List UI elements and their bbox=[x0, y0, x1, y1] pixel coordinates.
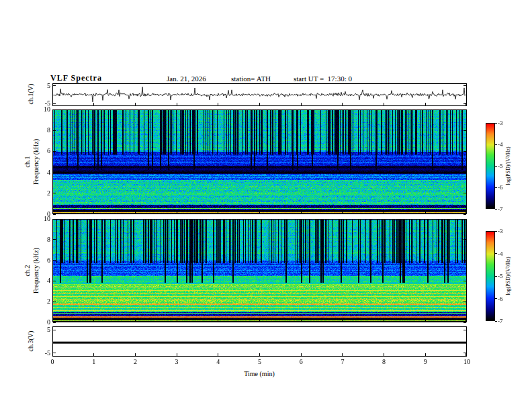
x-tick-label: 7 bbox=[336, 358, 349, 365]
x-tick-mark bbox=[425, 211, 426, 214]
x-tick-mark bbox=[259, 211, 260, 214]
x-tick-mark bbox=[218, 211, 218, 214]
spec-ch1-y-tick-mark bbox=[463, 151, 466, 152]
colorbar-ch2-tick-mark bbox=[495, 298, 497, 299]
spec-ch1-channel-label: ch.1 bbox=[24, 148, 32, 175]
spec-ch2-y-tick-label: 6 bbox=[37, 257, 50, 264]
spec-ch2-y-tick-mark bbox=[53, 281, 56, 281]
x-tick-mark bbox=[384, 211, 384, 214]
header-station: station= ATH bbox=[231, 75, 271, 83]
spec-ch2-y-tick-mark bbox=[53, 302, 56, 302]
spec-ch2-y-tick-mark bbox=[463, 281, 466, 281]
x-tick-mark bbox=[93, 103, 94, 105]
waveform-ch1-y-tick-label: 5 bbox=[37, 82, 50, 89]
spec-ch1-frequency-axis-label: Frequency (kHz) bbox=[32, 125, 40, 199]
colorbar-ch2-tick-label: -3 bbox=[498, 228, 510, 234]
waveform-ch3-axis-label: ch.3(V) bbox=[27, 321, 35, 361]
spec-ch2-y-tick-label: 4 bbox=[37, 277, 50, 284]
spec-ch2-y-tick-mark bbox=[463, 302, 466, 302]
spec-ch1-y-tick-mark bbox=[53, 214, 56, 215]
colorbar-ch1-tick-label: -7 bbox=[498, 205, 510, 212]
colorbar-ch1-tick-mark bbox=[495, 209, 497, 210]
waveform-ch3-y-tick-mark bbox=[53, 330, 56, 330]
x-tick-mark bbox=[93, 353, 94, 356]
x-tick-label: 0 bbox=[46, 358, 59, 365]
header-start-ut: start UT = 17:30: 0 bbox=[294, 75, 352, 83]
waveform-ch1-y-tick-mark bbox=[53, 85, 56, 86]
colorbar-ch1-tick-mark bbox=[495, 123, 497, 124]
colorbar-ch2-tick-mark bbox=[495, 253, 497, 254]
x-tick-mark bbox=[135, 211, 136, 214]
waveform-ch3-y-tick-label: -5 bbox=[37, 349, 50, 357]
spec-ch2-y-tick-mark bbox=[53, 239, 56, 240]
spec-ch1-y-tick-mark bbox=[463, 172, 466, 173]
x-tick-label: 9 bbox=[418, 358, 432, 365]
waveform-ch3-canvas bbox=[53, 327, 466, 356]
colorbar-ch2-canvas bbox=[486, 232, 494, 320]
x-tick-mark bbox=[52, 211, 53, 214]
waveform-ch3-panel bbox=[52, 326, 467, 357]
spec-ch2-y-tick-mark bbox=[463, 260, 466, 261]
spec-ch2-y-tick-mark bbox=[53, 219, 56, 220]
waveform-ch1-y-tick-mark bbox=[463, 103, 466, 104]
colorbar-ch2-tick-label: -6 bbox=[498, 295, 510, 302]
x-tick-mark bbox=[301, 211, 302, 214]
colorbar-ch1-tick-label: -4 bbox=[498, 141, 510, 148]
spec-ch2-y-tick-mark bbox=[53, 322, 56, 323]
x-tick-mark bbox=[425, 353, 426, 356]
spectrogram-ch1-panel bbox=[52, 109, 467, 214]
x-tick-mark bbox=[384, 353, 384, 356]
x-tick-mark bbox=[425, 319, 426, 322]
waveform-ch1-y-tick-mark bbox=[463, 85, 466, 86]
spec-ch2-channel-label: ch.2 bbox=[24, 257, 32, 284]
spec-ch1-y-tick-mark bbox=[53, 151, 56, 152]
waveform-ch3-y-tick-mark bbox=[463, 330, 466, 330]
x-tick-mark bbox=[466, 319, 466, 322]
spec-ch2-y-tick-mark bbox=[463, 322, 466, 323]
x-tick-mark bbox=[425, 103, 426, 105]
colorbar-ch1-tick-label: -3 bbox=[498, 120, 510, 126]
colorbar-ch1-tick-label: -6 bbox=[498, 184, 510, 191]
x-tick-label: 2 bbox=[128, 358, 142, 365]
x-tick-mark bbox=[301, 319, 302, 322]
colorbar-ch1-tick-mark bbox=[495, 187, 497, 188]
time-axis-label: Time (min) bbox=[232, 370, 286, 377]
spec-ch1-y-tick-label: 8 bbox=[37, 126, 50, 134]
spectrogram-ch2-panel bbox=[52, 219, 467, 322]
spec-ch2-y-tick-mark bbox=[463, 219, 466, 220]
spec-ch2-y-tick-label: 0 bbox=[37, 318, 50, 326]
spec-ch1-y-tick-mark bbox=[463, 193, 466, 193]
spec-ch2-y-tick-label: 10 bbox=[37, 215, 50, 222]
x-tick-mark bbox=[342, 103, 343, 105]
spec-ch1-y-tick-mark bbox=[53, 130, 56, 131]
waveform-ch3-y-tick-mark bbox=[463, 353, 466, 353]
waveform-ch1-y-tick-mark bbox=[53, 103, 56, 104]
x-tick-mark bbox=[218, 103, 218, 105]
x-tick-mark bbox=[177, 103, 177, 105]
spec-ch2-y-tick-mark bbox=[53, 260, 56, 261]
spec-ch1-y-tick-label: 6 bbox=[37, 147, 50, 154]
vlf-spectra-figure: VLF Spectra Jan. 21, 2026 station= ATH s… bbox=[0, 0, 532, 411]
x-tick-mark bbox=[135, 353, 136, 356]
spec-ch2-y-tick-label: 8 bbox=[37, 236, 50, 243]
x-tick-mark bbox=[301, 103, 302, 105]
colorbar-ch2-tick-label: -4 bbox=[498, 250, 510, 257]
spec-ch1-y-tick-mark bbox=[53, 193, 56, 193]
waveform-ch1-axis-label: ch.1(V) bbox=[27, 74, 35, 114]
spec-ch2-y-tick-label: 2 bbox=[37, 298, 50, 305]
colorbar-ch1-tick-label: -5 bbox=[498, 163, 510, 169]
x-tick-mark bbox=[259, 353, 260, 356]
spectrogram-ch2-canvas bbox=[53, 220, 466, 322]
x-tick-mark bbox=[342, 353, 343, 356]
x-tick-mark bbox=[342, 211, 343, 214]
x-tick-mark bbox=[466, 211, 466, 214]
spectrogram-ch1-canvas bbox=[53, 110, 466, 214]
x-tick-mark bbox=[301, 353, 302, 356]
x-tick-mark bbox=[384, 319, 384, 322]
figure-title: VLF Spectra bbox=[50, 73, 102, 83]
colorbar-ch1-canvas bbox=[486, 124, 494, 208]
spec-ch2-frequency-axis-label: Frequency (kHz) bbox=[32, 234, 40, 308]
x-tick-label: 1 bbox=[87, 358, 101, 365]
x-tick-label: 5 bbox=[253, 358, 267, 365]
colorbar-ch1 bbox=[486, 123, 495, 209]
